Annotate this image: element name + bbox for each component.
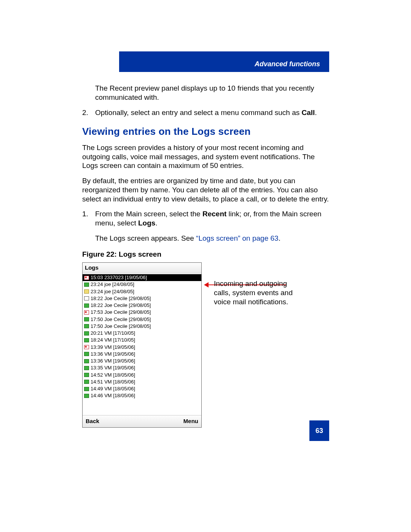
log-entry[interactable]: 14:52 VM [18/05/06] [83, 372, 201, 379]
step-2-bold: Call [301, 109, 315, 117]
step-1-b: Recent [202, 210, 226, 218]
log-entry-text: 15:03 2337023 [19/05/06] [91, 275, 147, 281]
log-entry-text: 18:22 Joe Cecile [29/08/05] [91, 296, 151, 302]
call-status-icon [84, 304, 89, 308]
log-entry[interactable]: 18:24 VM [17/10/05] [83, 337, 201, 343]
call-status-icon [84, 366, 89, 370]
logs-list[interactable]: 15:03 2337023 [19/05/06]23:24 joe [24/08… [83, 273, 201, 415]
step-2-text-c: . [315, 109, 317, 117]
log-entry-text: 14:49 VM [18/05/06] [91, 386, 135, 392]
log-entry-text: 18:24 VM [17/10/05] [91, 337, 135, 343]
result-text: The Logs screen appears. See “Logs scree… [82, 234, 330, 243]
log-entry[interactable]: 20:21 VM [17/10/05] [83, 330, 201, 337]
log-entry[interactable]: 13:36 VM [19/05/06] [83, 351, 201, 358]
step-1-a: From the Main screen, select the [95, 210, 202, 218]
log-entry[interactable]: 17:50 Joe Cecile [29/08/05] [83, 316, 201, 323]
softkey-menu[interactable]: Menu [183, 418, 198, 425]
appears-a: The Logs screen appears. See [95, 234, 196, 242]
page-number-box: 63 [309, 420, 329, 441]
cross-reference-link[interactable]: “Logs screen” on page 63 [196, 234, 279, 242]
log-entry-text: 14:46 VM [18/05/06] [91, 393, 135, 399]
call-status-icon [84, 276, 89, 280]
log-entry-text: 14:51 VM [18/05/06] [91, 379, 135, 385]
section-p1: The Logs screen provides a history of yo… [82, 143, 330, 170]
section-heading: Viewing entries on the Logs screen [82, 125, 330, 138]
log-entry[interactable]: 15:03 2337023 [19/05/06] [83, 274, 201, 281]
softkey-back[interactable]: Back [86, 418, 99, 425]
call-status-icon [84, 317, 89, 321]
section-title: Advanced functions [255, 60, 320, 68]
logs-screen-mock: Logs 15:03 2337023 [19/05/06]23:24 joe [… [82, 262, 202, 428]
figure-22: Logs 15:03 2337023 [19/05/06]23:24 joe [… [82, 262, 330, 430]
log-entry-text: 23:24 joe [24/08/05] [91, 289, 134, 295]
call-status-icon [84, 394, 89, 398]
call-status-icon [84, 352, 89, 356]
step-number: 1. [82, 209, 88, 219]
step-number: 2. [82, 108, 88, 117]
log-entry[interactable]: 13:39 VM [19/05/06] [83, 344, 201, 351]
call-status-icon [84, 296, 89, 300]
call-status-icon [84, 359, 89, 363]
log-entry-text: 14:52 VM [18/05/06] [91, 372, 135, 378]
log-entry-text: 20:21 VM [17/10/05] [91, 330, 135, 336]
log-entry-text: 13:35 VM [19/05/06] [91, 365, 135, 371]
log-entry[interactable]: 14:49 VM [18/05/06] [83, 385, 201, 392]
log-entry[interactable]: 14:46 VM [18/05/06] [83, 392, 201, 399]
log-entry-text: 13:36 VM [19/05/06] [91, 351, 135, 357]
log-entry-text: 13:39 VM [19/05/06] [91, 344, 135, 350]
call-status-icon [84, 338, 89, 342]
step-2: 2. Optionally, select an entry and selec… [82, 108, 330, 117]
intro-paragraph: The Recent preview panel displays up to … [82, 84, 330, 102]
log-entry[interactable]: 13:36 VM [19/05/06] [83, 358, 201, 364]
logs-titlebar: Logs [83, 263, 201, 273]
log-entry-text: 18:22 Joe Cecile [29/08/05] [91, 302, 151, 308]
body-text: The Recent preview panel displays up to … [82, 84, 330, 430]
step-1-d: Logs [138, 219, 155, 227]
call-status-icon [84, 324, 89, 328]
softkeys: Back Menu [83, 415, 201, 427]
log-entry-text: 17:50 Joe Cecile [29/08/05] [91, 323, 151, 329]
call-status-icon [84, 331, 89, 335]
log-entry[interactable]: 23:24 joe [24/08/05] [83, 288, 201, 295]
logs-title: Logs [85, 264, 99, 272]
step-1: 1. From the Main screen, select the Rece… [82, 209, 330, 228]
call-status-icon [84, 283, 89, 287]
log-entry[interactable]: 18:22 Joe Cecile [29/08/05] [83, 295, 201, 302]
section-p2: By default, the entries are organized by… [82, 176, 330, 203]
log-entry[interactable]: 17:53 Joe Cecile [29/08/05] [83, 309, 201, 316]
log-entry[interactable]: 13:35 VM [19/05/06] [83, 364, 201, 371]
call-status-icon [84, 387, 89, 391]
call-status-icon [84, 289, 89, 294]
call-status-icon [84, 380, 89, 384]
figure-annotation: Incoming and outgoing calls, system even… [214, 279, 298, 306]
log-entry[interactable]: 14:51 VM [18/05/06] [83, 379, 201, 385]
log-entry-text: 23:24 joe [24/08/05] [91, 281, 134, 288]
log-entry[interactable]: 23:24 joe [24/08/05] [83, 281, 201, 288]
call-status-icon [84, 345, 89, 349]
step-2-text-a: Optionally, select an entry and select a… [95, 109, 301, 117]
page-number: 63 [315, 427, 323, 435]
log-entry[interactable]: 17:50 Joe Cecile [29/08/05] [83, 323, 201, 330]
figure-caption: Figure 22: Logs screen [82, 250, 330, 259]
header-bar: Advanced functions [119, 51, 329, 72]
log-entry-text: 17:53 Joe Cecile [29/08/05] [91, 309, 151, 315]
step-1-e: . [155, 219, 157, 227]
call-status-icon [84, 310, 89, 315]
document-page: Advanced functions The Recent preview pa… [0, 0, 411, 532]
log-entry-text: 13:36 VM [19/05/06] [91, 358, 135, 364]
appears-b: . [279, 234, 280, 242]
log-entry[interactable]: 18:22 Joe Cecile [29/08/05] [83, 302, 201, 309]
call-status-icon [84, 373, 89, 377]
log-entry-text: 17:50 Joe Cecile [29/08/05] [91, 316, 151, 323]
